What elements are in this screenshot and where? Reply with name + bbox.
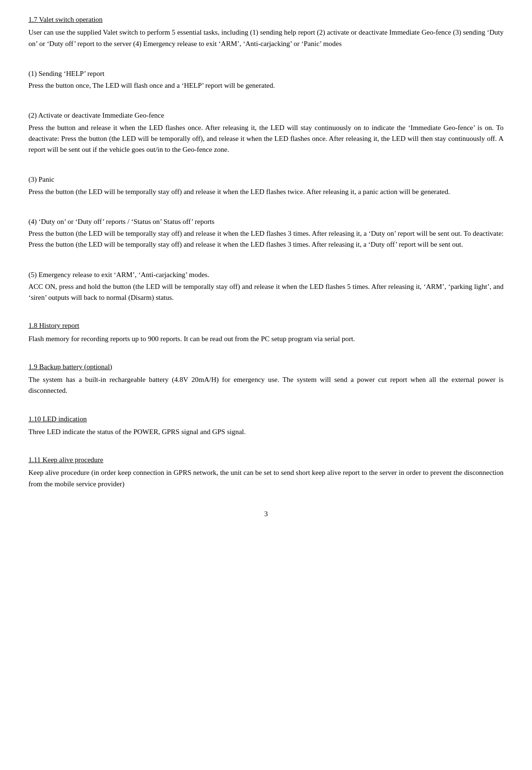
page-number: 3 — [28, 509, 504, 520]
subsection-2-text: Press the button and release it when the… — [28, 122, 504, 156]
subsection-5-text: ACC ON, press and hold the button (the L… — [28, 281, 504, 304]
section-19-title: 1.9 Backup battery (optional) — [28, 362, 504, 372]
section-110-title: 1.10 LED indication — [28, 414, 504, 425]
section-18-title: 1.8 History report — [28, 320, 504, 331]
section-18-text: Flash memory for recording reports up to… — [28, 334, 504, 344]
subsection-3-title: (3) Panic — [28, 174, 504, 185]
section-17-intro: User can use the supplied Valet switch t… — [28, 27, 504, 49]
section-18: 1.8 History report Flash memory for reco… — [28, 312, 504, 344]
page-content: 1.7 Valet switch operation User can use … — [28, 14, 504, 520]
section-111: 1.11 Keep alive procedure Keep alive pro… — [28, 446, 504, 490]
subsection-5-title: (5) Emergency release to exit ‘ARM’, ‘An… — [28, 269, 504, 280]
subsection-2: (2) Activate or deactivate Immediate Geo… — [28, 100, 504, 155]
subsection-5: (5) Emergency release to exit ‘ARM’, ‘An… — [28, 259, 504, 304]
section-110: 1.10 LED indication Three LED indicate t… — [28, 405, 504, 438]
subsection-4-text: Press the button (the LED will be tempor… — [28, 228, 504, 250]
section-111-text: Keep alive procedure (in order keep conn… — [28, 467, 504, 490]
section-19: 1.9 Backup battery (optional) The system… — [28, 353, 504, 397]
subsection-4-title: (4) ‘Duty on’ or ‘Duty off’ reports / ‘S… — [28, 216, 504, 227]
subsection-1: (1) Sending ‘HELP’ report Press the butt… — [28, 58, 504, 92]
section-111-title: 1.11 Keep alive procedure — [28, 455, 504, 465]
subsection-3: (3) Panic Press the button (the LED will… — [28, 164, 504, 197]
section-19-text: The system has a built-in rechargeable b… — [28, 374, 504, 397]
subsection-2-title: (2) Activate or deactivate Immediate Geo… — [28, 110, 504, 121]
subsection-4: (4) ‘Duty on’ or ‘Duty off’ reports / ‘S… — [28, 206, 504, 250]
subsection-1-text: Press the button once, The LED will flas… — [28, 80, 504, 91]
subsection-3-text: Press the button (the LED will be tempor… — [28, 186, 504, 197]
section-17: 1.7 Valet switch operation User can use … — [28, 14, 504, 49]
section-17-title: 1.7 Valet switch operation — [28, 14, 504, 25]
subsection-1-title: (1) Sending ‘HELP’ report — [28, 68, 504, 79]
section-110-text: Three LED indicate the status of the POW… — [28, 427, 504, 437]
